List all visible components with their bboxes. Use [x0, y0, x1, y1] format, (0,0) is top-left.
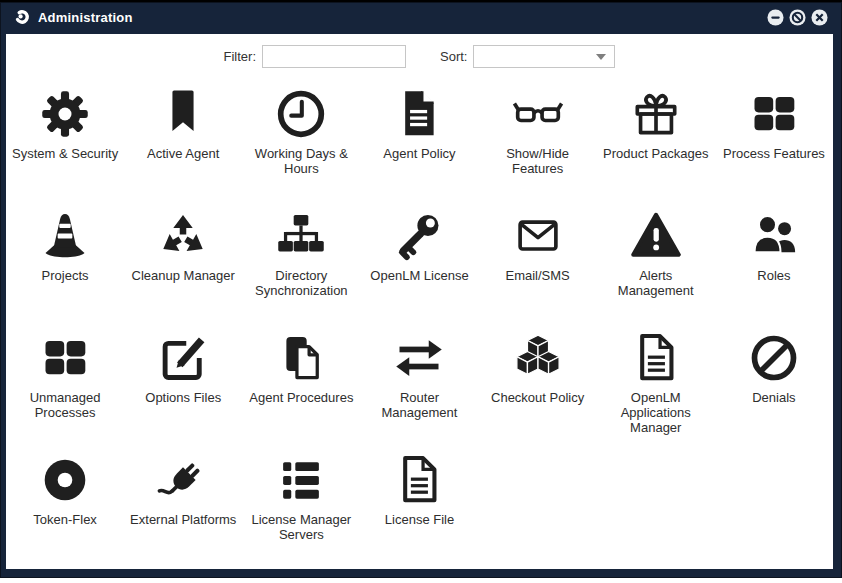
- grid-item-checkout-policy[interactable]: Checkout Policy: [479, 329, 597, 451]
- grid-item-email-sms[interactable]: Email/SMS: [479, 207, 597, 329]
- slashed-circle-icon: [789, 9, 806, 26]
- close-icon: [811, 9, 828, 26]
- openlm-logo-icon: [13, 8, 31, 26]
- grid-item-label: Email/SMS: [505, 268, 569, 283]
- grid-item-label: Cleanup Manager: [132, 268, 235, 283]
- sitemap-icon: [271, 207, 331, 265]
- grid-item-label: Directory Synchronization: [245, 268, 357, 298]
- warning-triangle-icon: [626, 207, 686, 265]
- grid-item-label: System & Security: [12, 146, 118, 161]
- grid-item-label: Projects: [42, 268, 89, 283]
- grid-item-license-file[interactable]: License File: [360, 451, 478, 569]
- admin-icon-grid: System & SecurityActive AgentWorking Day…: [6, 85, 833, 569]
- grid-item-denials[interactable]: Denials: [715, 329, 833, 451]
- minimize-button[interactable]: [767, 9, 784, 26]
- toolbar: Filter: Sort:: [6, 45, 833, 68]
- grid-item-label: OpenLM License: [370, 268, 468, 283]
- grid-squares-icon: [35, 329, 95, 387]
- grid-item-router-management[interactable]: Router Management: [360, 329, 478, 451]
- grid-item-label: Denials: [752, 390, 795, 405]
- grid-item-external-platforms[interactable]: External Platforms: [124, 451, 242, 569]
- chevron-down-icon: [596, 54, 606, 60]
- document-solid-icon: [389, 85, 449, 143]
- window-controls: [767, 9, 828, 26]
- clock-icon: [271, 85, 331, 143]
- grid-item-directory-synchronization[interactable]: Directory Synchronization: [242, 207, 360, 329]
- grid-item-working-days-hours[interactable]: Working Days & Hours: [242, 85, 360, 207]
- grid-item-license-manager-servers[interactable]: License Manager Servers: [242, 451, 360, 569]
- grid-item-label: Checkout Policy: [491, 390, 584, 405]
- grid-item-label: Product Packages: [603, 146, 709, 161]
- grid-item-label: External Platforms: [130, 512, 236, 527]
- grid-item-product-packages[interactable]: Product Packages: [597, 85, 715, 207]
- copy-documents-icon: [271, 329, 331, 387]
- grid-item-label: Working Days & Hours: [245, 146, 357, 176]
- administration-window: Administration Filter: Sort: System & Se…: [0, 0, 842, 578]
- key-icon: [389, 207, 449, 265]
- donut-icon: [35, 451, 95, 509]
- grid-item-label: Router Management: [363, 390, 475, 420]
- grid-item-label: License Manager Servers: [245, 512, 357, 542]
- grid-item-label: Active Agent: [147, 146, 219, 161]
- close-button[interactable]: [811, 9, 828, 26]
- grid-item-active-agent[interactable]: Active Agent: [124, 85, 242, 207]
- window-content: Filter: Sort: System & SecurityActive Ag…: [6, 34, 833, 569]
- grid-squares-icon: [744, 85, 804, 143]
- server-list-icon: [271, 451, 331, 509]
- envelope-icon: [508, 207, 568, 265]
- grid-item-label: Token-Flex: [33, 512, 97, 527]
- gear-icon: [35, 85, 95, 143]
- sort-select[interactable]: [473, 45, 615, 68]
- document-outline-icon: [626, 329, 686, 387]
- grid-item-process-features[interactable]: Process Features: [715, 85, 833, 207]
- grid-item-cleanup-manager[interactable]: Cleanup Manager: [124, 207, 242, 329]
- grid-item-show-hide-features[interactable]: Show/Hide Features: [479, 85, 597, 207]
- glasses-icon: [508, 85, 568, 143]
- grid-item-options-files[interactable]: Options Files: [124, 329, 242, 451]
- grid-item-label: Agent Policy: [383, 146, 455, 161]
- grid-item-label: Process Features: [723, 146, 825, 161]
- grid-item-agent-procedures[interactable]: Agent Procedures: [242, 329, 360, 451]
- plug-icon: [153, 451, 213, 509]
- grid-item-alerts-management[interactable]: Alerts Management: [597, 207, 715, 329]
- grid-item-label: Alerts Management: [600, 268, 712, 298]
- users-icon: [744, 207, 804, 265]
- exchange-arrows-icon: [389, 329, 449, 387]
- grid-item-label: Roles: [757, 268, 790, 283]
- recycle-icon: [153, 207, 213, 265]
- gift-icon: [626, 85, 686, 143]
- grid-item-label: Options Files: [145, 390, 221, 405]
- traffic-cone-icon: [35, 207, 95, 265]
- grid-item-openlm-license[interactable]: OpenLM License: [360, 207, 478, 329]
- cubes-icon: [508, 329, 568, 387]
- grid-item-label: Show/Hide Features: [482, 146, 594, 176]
- filter-label: Filter:: [224, 49, 257, 64]
- grid-item-projects[interactable]: Projects: [6, 207, 124, 329]
- sort-label: Sort:: [440, 49, 467, 64]
- document-outline-icon: [389, 451, 449, 509]
- bookmark-icon: [153, 85, 213, 143]
- grid-item-label: License File: [385, 512, 454, 527]
- maximize-disabled-button[interactable]: [789, 9, 806, 26]
- grid-item-label: Agent Procedures: [249, 390, 353, 405]
- grid-item-token-flex[interactable]: Token-Flex: [6, 451, 124, 569]
- grid-item-agent-policy[interactable]: Agent Policy: [360, 85, 478, 207]
- grid-item-roles[interactable]: Roles: [715, 207, 833, 329]
- grid-item-unmanaged-processes[interactable]: Unmanaged Processes: [6, 329, 124, 451]
- window-title: Administration: [38, 10, 767, 25]
- grid-item-label: Unmanaged Processes: [9, 390, 121, 420]
- grid-item-system-security[interactable]: System & Security: [6, 85, 124, 207]
- titlebar[interactable]: Administration: [0, 2, 842, 32]
- edit-square-icon: [153, 329, 213, 387]
- grid-item-openlm-applications-manager[interactable]: OpenLM Applications Manager: [597, 329, 715, 451]
- minimize-icon: [767, 9, 784, 26]
- ban-icon: [744, 329, 804, 387]
- grid-item-label: OpenLM Applications Manager: [600, 390, 712, 435]
- filter-input[interactable]: [262, 45, 406, 68]
